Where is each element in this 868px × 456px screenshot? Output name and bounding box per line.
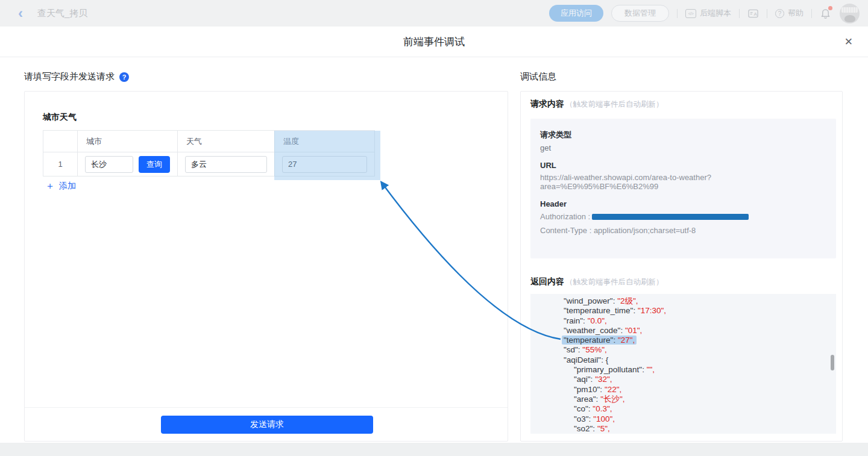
add-label: 添加 [59,181,76,192]
header-city: 城市 [78,131,178,152]
header-weather: 天气 [178,131,275,152]
data-manage-button[interactable]: 数据管理 [611,5,669,22]
code-line: "temperature_time": "17:30", [530,306,836,316]
code-line: "so2": "5", [530,424,836,434]
code-line: "co": "0.3", [530,404,836,414]
plus-icon: ＋ [45,181,55,191]
form-panel-title: 请填写字段并发送请求 [24,71,115,83]
response-note: （触发前端事件后自动刷新） [565,277,664,287]
temperature-input[interactable] [282,156,367,173]
city-input[interactable] [85,156,133,173]
header-label: Header [540,199,826,208]
code-line: "aqi": "32", [530,375,836,384]
topbar: ‹ 查天气_拷贝 应用访问 数据管理 </> 后端脚本 A [0,0,868,27]
query-button[interactable]: 查询 [139,156,170,173]
backend-script-button[interactable]: </> 后端脚本 [685,8,731,19]
authorization-label: Authorization : [540,212,590,221]
authorization-token-redacted-bar [592,214,749,220]
url-label: URL [540,161,826,170]
response-json: "wind_power": "2级","temperature_time": "… [530,294,836,434]
divider [25,407,508,408]
request-section-header: 请求内容 （触发前端事件后自动刷新） [530,99,664,110]
divider [739,9,740,18]
divider [677,9,678,18]
code-line: "area": "长沙", [530,395,836,404]
form-card: 城市天气 城市 天气 温度 1 查询 [24,91,508,442]
code-line: "aqiDetail": { [530,355,836,365]
modal-header: 前端事件调试 ✕ [0,27,868,57]
table-title: 城市天气 [43,112,77,123]
city-weather-table: 城市 天气 温度 1 查询 [43,130,375,176]
code-line: "wind_power": "2级", [530,296,836,306]
back-icon[interactable]: ‹ [18,1,23,25]
avatar[interactable] [840,4,860,23]
code-line: "temperature": "27", [530,336,836,345]
row-index: 1 [43,152,78,176]
scrollbar-thumb[interactable] [831,355,834,370]
url-value: https://ali-weather.showapi.com/area-to-… [540,173,826,191]
question-icon: ? [775,9,784,18]
add-row-button[interactable]: ＋ 添加 [45,181,76,192]
request-info-box: 请求类型 get URL https://ali-weather.showapi… [530,119,836,258]
code-line: "rain": "0.0", [530,316,836,326]
translate-icon[interactable]: A [747,8,759,19]
notification-dot [828,6,832,10]
debug-panel-title-row: 调试信息 [520,71,556,83]
divider [767,9,767,18]
authorization-row: Authorization : [540,212,826,221]
request-note: （触发前端事件后自动刷新） [565,99,664,110]
request-type-label: 请求类型 [540,130,826,140]
debug-card: 请求内容 （触发前端事件后自动刷新） 请求类型 get URL https://… [520,91,843,442]
form-panel-title-row: 请填写字段并发送请求 ? [24,71,129,83]
request-type-value: get [540,143,826,152]
header-index [43,131,78,152]
request-title: 请求内容 [530,99,564,110]
table-row: 1 查询 [43,152,375,176]
modal-title: 前端事件调试 [0,27,868,57]
app-access-button[interactable]: 应用访问 [549,5,603,22]
table-header-row: 城市 天气 温度 [43,131,375,152]
svg-text:A: A [753,11,757,16]
divider [811,9,812,18]
help-button[interactable]: ? 帮助 [775,8,804,19]
code-line: "weather_code": "01", [530,326,836,336]
response-section-header: 返回内容 （触发前端事件后自动刷新） [530,276,664,287]
app-title: 查天气_拷贝 [37,8,87,19]
backend-script-label: 后端脚本 [700,8,731,19]
code-line: "o3": "100", [530,414,836,424]
close-icon[interactable]: ✕ [844,27,853,57]
code-line: "pm10": "22", [530,385,836,395]
code-icon: </> [685,9,696,18]
weather-input[interactable] [185,156,267,173]
content-type-value: Content-Type : application/json;charset=… [540,226,826,235]
code-line: "sd": "55%", [530,345,836,355]
response-title: 返回内容 [530,276,564,287]
help-circle-icon[interactable]: ? [119,72,129,82]
notification-bell-icon[interactable] [820,7,832,19]
send-request-button[interactable]: 发送请求 [161,416,373,434]
header-temperature: 温度 [275,131,375,152]
help-label: 帮助 [788,8,804,19]
code-line: "primary_pollutant": "", [530,365,836,375]
app-canvas: ‹ 查天气_拷贝 应用访问 数据管理 </> 后端脚本 A [0,0,868,456]
debug-panel-title: 调试信息 [520,71,556,83]
